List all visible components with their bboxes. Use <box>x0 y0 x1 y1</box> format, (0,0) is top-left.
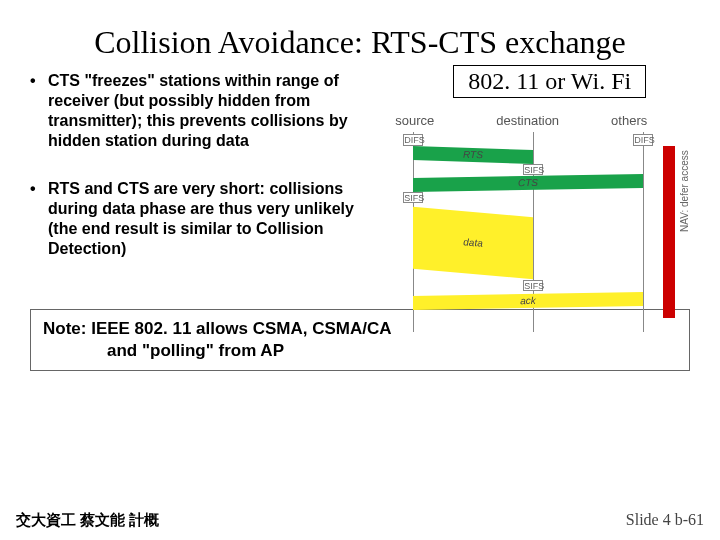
content-area: • CTS "freezes" stations within range of… <box>0 71 720 287</box>
col-others: others <box>611 113 647 128</box>
bullet-text: RTS and CTS are very short: collisions d… <box>48 179 363 259</box>
footer-author: 交大資工 蔡文能 計概 <box>16 511 159 530</box>
bullets-column: • CTS "freezes" stations within range of… <box>30 71 373 287</box>
diagram-headers: source destination others <box>373 113 703 128</box>
title-part-a: Collision Avoidance: <box>94 24 363 60</box>
timeline-line <box>643 132 644 332</box>
bullet-item: • CTS "freezes" stations within range of… <box>30 71 363 151</box>
footer-slide-number: Slide 4 b-61 <box>626 511 704 530</box>
nav-defer-bar <box>663 146 675 318</box>
difs-label: DIFS <box>633 134 653 146</box>
bullet-text: CTS "freezes" stations within range of r… <box>48 71 363 151</box>
note-line2: and "polling" from AP <box>43 340 677 362</box>
col-destination: destination <box>496 113 559 128</box>
protocol-badge: 802. 11 or Wi. Fi <box>453 65 646 98</box>
bullet-item: • RTS and CTS are very short: collisions… <box>30 179 363 259</box>
data-bar: data <box>413 207 533 279</box>
sifs-label: SIFS <box>523 280 543 291</box>
cts-bar: CTS <box>413 174 643 192</box>
slide-title: Collision Avoidance: RTS-CTS exchange <box>0 0 720 71</box>
title-part-b: RTS-CTS exchange <box>371 24 626 60</box>
timing-diagram: source destination others NAV: defer acc… <box>373 113 703 332</box>
nav-defer-label: NAV: defer access <box>679 150 690 232</box>
note-line1: Note: IEEE 802. 11 allows CSMA, CSMA/CA <box>43 319 392 338</box>
ack-bar: ack <box>413 292 643 310</box>
col-source: source <box>395 113 434 128</box>
diagram-column: 802. 11 or Wi. Fi source destination oth… <box>373 71 690 287</box>
timeline: NAV: defer access DIFS DIFS RTS SIFS CTS… <box>373 132 703 332</box>
sifs-label: SIFS <box>523 164 543 175</box>
bullet-dot-icon: • <box>30 179 48 259</box>
slide-footer: 交大資工 蔡文能 計概 Slide 4 b-61 <box>0 511 720 530</box>
sifs-label: SIFS <box>403 192 423 203</box>
rts-bar: RTS <box>413 146 533 164</box>
difs-label: DIFS <box>403 134 423 146</box>
bullet-dot-icon: • <box>30 71 48 151</box>
